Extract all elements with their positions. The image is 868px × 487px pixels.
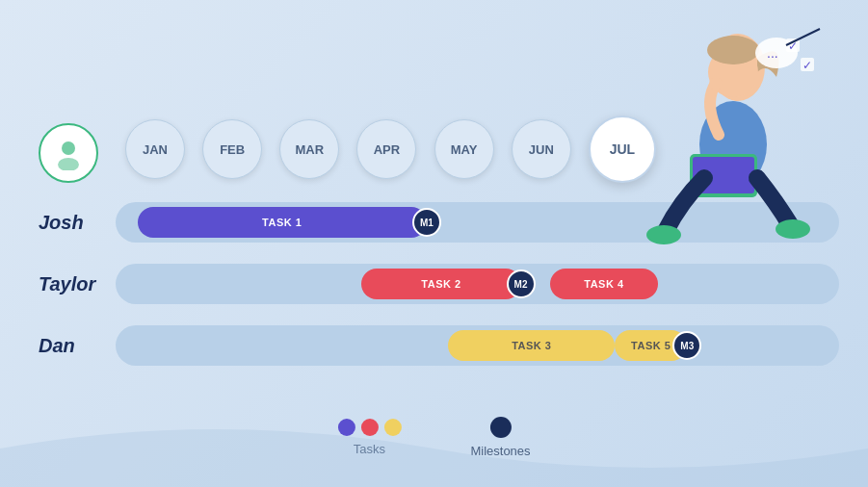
task-bar-task-3: TASK 3	[448, 330, 615, 361]
month-feb: FEB	[202, 119, 262, 179]
month-jun: JUN	[512, 119, 571, 179]
svg-text:...: ...	[767, 45, 778, 61]
svg-point-10	[709, 77, 723, 90]
months-row: JANFEBMARAPRMAYJUNJUL	[125, 115, 656, 183]
person-label: Dan	[39, 335, 116, 357]
svg-text:✓: ✓	[802, 59, 812, 72]
avatar	[39, 123, 98, 183]
milestone-m3: M3	[672, 331, 701, 360]
svg-point-0	[62, 141, 75, 155]
milestone-m2: M2	[507, 269, 536, 298]
svg-point-1	[58, 158, 79, 170]
person-label: Taylor	[39, 273, 116, 295]
svg-point-8	[646, 225, 681, 244]
task-bar-task-1: TASK 1	[138, 207, 427, 238]
milestone-m1: M1	[412, 208, 441, 237]
month-apr: APR	[356, 119, 416, 179]
svg-point-9	[776, 219, 810, 239]
month-may: MAY	[434, 119, 494, 179]
person-label: Josh	[39, 212, 116, 234]
character-illustration: ... ✓ ✓	[608, 10, 839, 279]
gantt-track: TASK 3TASK 5M3	[116, 325, 839, 366]
gantt-row-dan: DanTASK 3TASK 5M3	[39, 325, 839, 366]
month-mar: MAR	[279, 119, 339, 179]
wave-decoration	[0, 410, 868, 487]
month-jan: JAN	[125, 119, 185, 179]
task-bar-task-2: TASK 2	[361, 269, 520, 299]
svg-point-4	[707, 36, 759, 64]
